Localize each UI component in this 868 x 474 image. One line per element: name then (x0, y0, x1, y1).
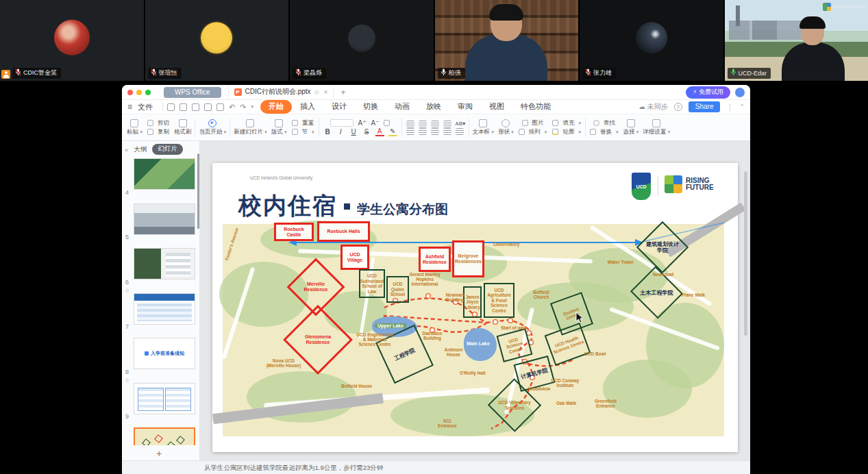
ribbon-toolbar: 粘贴 ▾ 剪切 复制 格式刷 当页开始 ▾ 新建幻灯片 ▾ 版式 ▾ 重置 节 … (122, 114, 750, 141)
ribbon-tab-审阅[interactable]: 审阅 (449, 100, 481, 114)
play-from-current-button[interactable]: 当页开始 ▾ (197, 116, 228, 139)
reset-button[interactable]: 重置 (292, 119, 314, 127)
char-spacing-button[interactable]: AB▾ (456, 121, 464, 127)
slide-canvas[interactable]: UCD Ireland's Global University 校内住宿 学生公… (200, 141, 750, 460)
ribbon-tab-视图[interactable]: 视图 (481, 100, 512, 114)
slide-thumbnail-8[interactable] (134, 383, 195, 414)
ribbon-tab-特色功能[interactable]: 特色功能 (512, 100, 559, 114)
copy-button[interactable]: 复制 (147, 128, 169, 136)
close-tab-icon[interactable]: × (324, 88, 328, 96)
play-icon (208, 119, 216, 127)
align-center-icon[interactable] (419, 128, 427, 135)
tab-wps-office[interactable]: WPS Office (164, 87, 221, 98)
indent-decrease-icon[interactable] (431, 121, 439, 127)
clear-format-icon[interactable] (384, 120, 390, 126)
picture-button[interactable]: 图片 (522, 119, 544, 127)
minimize-window-button[interactable] (136, 90, 142, 95)
arrange-button[interactable]: 排列 ▾ (519, 128, 547, 136)
select-button[interactable]: 选择 ▾ (621, 116, 641, 139)
fill-button[interactable]: 填充 ▾ (552, 119, 581, 127)
tab-slides[interactable]: 幻灯片 (152, 144, 183, 155)
participant-nameplate: UCD-Edar (728, 68, 771, 79)
align-right-icon[interactable] (431, 128, 439, 135)
new-slide-button[interactable]: 新建幻灯片 ▾ (232, 116, 269, 139)
numbering-icon[interactable] (419, 121, 427, 127)
slide-thumbnail-6[interactable] (134, 293, 195, 325)
redo-icon[interactable]: ↷ (240, 103, 246, 110)
paste-button[interactable]: 粘贴 ▾ (125, 116, 145, 139)
slide-thumbnail-9[interactable] (134, 427, 195, 445)
sync-status[interactable]: ☁ 未同步 (638, 102, 668, 112)
map-label: Greenfield Entrance (591, 399, 620, 408)
indent-increase-icon[interactable] (443, 121, 451, 127)
collapse-ribbon-icon[interactable]: ⌃ (739, 103, 745, 110)
free-trial-button[interactable]: ⚡ 免费试用 (686, 86, 730, 99)
participant-tile-2: 张瑄恒 (145, 0, 289, 81)
replace-button[interactable]: 替换 ▾ (590, 128, 619, 136)
preview-icon[interactable] (216, 103, 224, 111)
print-icon[interactable] (204, 103, 212, 111)
tab-outline[interactable]: 大纲 (134, 145, 147, 154)
close-window-button[interactable] (127, 90, 133, 95)
slide-thumbnail-3[interactable] (134, 158, 195, 190)
format-painter-button[interactable]: 格式刷 (172, 116, 194, 139)
increase-font-button[interactable]: A⁺ (358, 119, 367, 127)
quick-access-more-icon[interactable]: ▾ (251, 104, 253, 110)
more-options-icon[interactable]: ⋮ (726, 103, 733, 111)
settings-button[interactable]: 详细设置 ▾ (641, 116, 672, 139)
new-tab-button[interactable]: + (340, 88, 345, 97)
slide-thumbnail-4[interactable] (134, 203, 195, 235)
slide-thumbnail-7[interactable]: 入学前准备须知 (134, 338, 195, 369)
hamburger-menu-icon[interactable]: ≡ (127, 102, 132, 112)
italic-button[interactable]: I (336, 128, 345, 136)
align-left-icon[interactable] (406, 128, 414, 135)
participant-nameplate: 梁晶烁 (293, 68, 326, 79)
bold-button[interactable]: B (323, 128, 332, 136)
ribbon-tab-动画[interactable]: 动画 (386, 100, 418, 114)
school-label: 土木工程学院 (641, 290, 673, 296)
ribbon-tab-设计[interactable]: 设计 (323, 100, 355, 114)
collapse-panel-icon[interactable]: « (125, 146, 128, 153)
notes-bar[interactable]: 从学生公寓区到达建筑学院最远距离为1.9公里，步行需23分钟 (122, 460, 750, 474)
export-icon[interactable] (192, 103, 199, 111)
share-button[interactable]: Share (689, 101, 721, 112)
undo-icon[interactable]: ↶ (229, 103, 235, 110)
layout-button[interactable]: 版式 ▾ (269, 116, 289, 139)
decrease-font-button[interactable]: A⁻ (371, 119, 380, 127)
ribbon-tab-插入[interactable]: 插入 (292, 100, 323, 114)
textbox-button[interactable]: 文本框 ▾ (471, 116, 496, 139)
outline-button[interactable]: 轮廓 ▾ (552, 128, 581, 136)
pin-icon[interactable]: ◎ (314, 89, 319, 95)
slide-thumbnail-5[interactable] (134, 248, 195, 279)
strikethrough-button[interactable]: S (362, 128, 371, 136)
bullets-icon[interactable] (406, 121, 414, 127)
tab-document[interactable]: P CDIC行前说明会.pptx ◎ × (228, 86, 334, 99)
section-button[interactable]: 节 ▾ (292, 128, 314, 136)
font-color-button[interactable]: A (375, 127, 384, 136)
font-size-input[interactable] (330, 119, 354, 127)
cut-button[interactable]: 剪切 (147, 119, 169, 127)
justify-icon[interactable] (443, 128, 451, 135)
residence-box: UCD Village (340, 245, 369, 270)
ribbon-tab-开始[interactable]: 开始 (260, 100, 292, 114)
notice-icon (145, 351, 149, 356)
shapes-button[interactable]: 形状 ▾ (496, 116, 516, 139)
save-icon[interactable] (179, 103, 187, 111)
sidebar-scrollbar[interactable] (197, 153, 199, 229)
ribbon-tab-切换[interactable]: 切换 (355, 100, 386, 114)
screen: CDIC管金笑张瑄恒梁晶烁柏强张力雄RISING FUTUREUCD-Edar … (0, 0, 868, 474)
canvas-scrollbar[interactable] (744, 171, 747, 336)
find-button[interactable]: 查找 (593, 119, 615, 127)
account-avatar[interactable] (735, 88, 745, 97)
ribbon-tab-放映[interactable]: 放映 (418, 100, 449, 114)
open-icon[interactable] (167, 103, 175, 111)
textbox-icon (479, 119, 487, 127)
underline-button[interactable]: U (349, 128, 358, 136)
help-icon[interactable]: ? (674, 103, 682, 111)
highlight-button[interactable]: ✎ (388, 127, 397, 136)
maximize-window-button[interactable] (145, 90, 151, 95)
slide-number: 6 (125, 279, 129, 286)
line-spacing-icon[interactable] (456, 128, 464, 135)
add-slide-button[interactable]: + (156, 448, 162, 459)
menu-file[interactable]: 文件 (138, 102, 153, 112)
